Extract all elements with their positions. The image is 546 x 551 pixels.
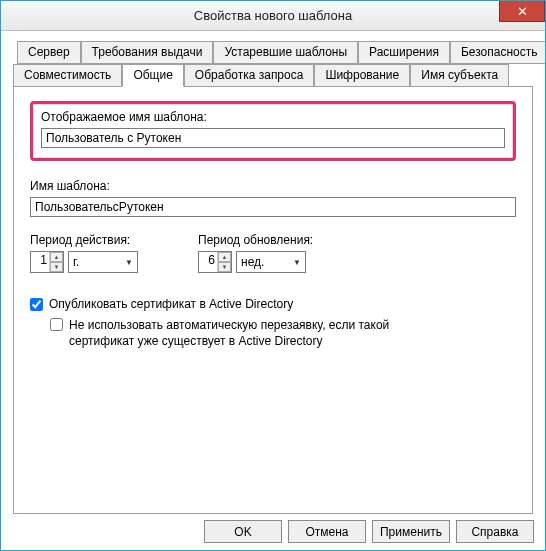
tab-server[interactable]: Сервер (17, 41, 81, 64)
ok-button[interactable]: OK (204, 520, 282, 543)
validity-label: Период действия: (30, 233, 138, 247)
noreenroll-checkbox[interactable] (50, 318, 63, 331)
display-name-input[interactable] (41, 128, 505, 148)
renewal-value: 6 (202, 253, 215, 271)
template-name-section: Имя шаблона: (30, 179, 516, 217)
tab-panel-general: Отображаемое имя шаблона: Имя шаблона: П… (13, 86, 533, 514)
tab-extensions[interactable]: Расширения (358, 41, 450, 64)
spin-up-icon[interactable]: ▲ (50, 252, 63, 262)
validity-spinner[interactable]: 1 ▲ ▼ (30, 251, 64, 273)
template-name-label: Имя шаблона: (30, 179, 516, 193)
dialog-button-bar: OK Отмена Применить Справка (12, 512, 534, 543)
window-title: Свойства нового шаблона (194, 8, 352, 23)
renewal-label: Период обновления: (198, 233, 313, 247)
tab-row-top: Сервер Требования выдачи Устаревшие шабл… (17, 41, 529, 64)
validity-unit-value: г. (73, 255, 79, 269)
spin-down-icon[interactable]: ▼ (218, 262, 231, 272)
tab-strip: Сервер Требования выдачи Устаревшие шабл… (13, 41, 533, 87)
tab-general[interactable]: Общие (122, 64, 183, 87)
noreenroll-label: Не использовать автоматическую перезаявк… (69, 317, 449, 349)
help-button[interactable]: Справка (456, 520, 534, 543)
template-name-input[interactable] (30, 197, 516, 217)
spin-up-icon[interactable]: ▲ (218, 252, 231, 262)
periods-row: Период действия: 1 ▲ ▼ г. ▼ (30, 233, 516, 273)
renewal-unit-combo[interactable]: нед. ▼ (236, 251, 306, 273)
tab-issuance-requirements[interactable]: Требования выдачи (81, 41, 214, 64)
renewal-spinner[interactable]: 6 ▲ ▼ (198, 251, 232, 273)
chevron-down-icon: ▼ (293, 258, 301, 267)
validity-group: Период действия: 1 ▲ ▼ г. ▼ (30, 233, 138, 273)
tab-request-handling[interactable]: Обработка запроса (184, 64, 315, 87)
titlebar: Свойства нового шаблона ✕ (1, 1, 545, 31)
close-icon: ✕ (517, 4, 528, 19)
publish-checkbox[interactable] (30, 298, 43, 311)
tab-superseded-templates[interactable]: Устаревшие шаблоны (213, 41, 358, 64)
renewal-spin-buttons[interactable]: ▲ ▼ (217, 252, 231, 272)
validity-value: 1 (34, 253, 47, 271)
noreenroll-row: Не использовать автоматическую перезаявк… (50, 317, 516, 349)
dialog-content: Сервер Требования выдачи Устаревшие шабл… (1, 31, 545, 524)
publish-label: Опубликовать сертификат в Active Directo… (49, 297, 293, 311)
spin-down-icon[interactable]: ▼ (50, 262, 63, 272)
validity-unit-combo[interactable]: г. ▼ (68, 251, 138, 273)
display-name-label: Отображаемое имя шаблона: (41, 110, 505, 124)
publish-row: Опубликовать сертификат в Active Directo… (30, 297, 516, 311)
apply-button[interactable]: Применить (372, 520, 450, 543)
renewal-group: Период обновления: 6 ▲ ▼ нед. ▼ (198, 233, 313, 273)
tab-row-bottom: Совместимость Общие Обработка запроса Ши… (13, 64, 533, 87)
cancel-button[interactable]: Отмена (288, 520, 366, 543)
display-name-highlight: Отображаемое имя шаблона: (30, 101, 516, 161)
validity-spin-buttons[interactable]: ▲ ▼ (49, 252, 63, 272)
tab-subject-name[interactable]: Имя субъекта (410, 64, 509, 87)
close-button[interactable]: ✕ (499, 1, 545, 22)
tab-cryptography[interactable]: Шифрование (314, 64, 410, 87)
tab-compatibility[interactable]: Совместимость (13, 64, 122, 87)
chevron-down-icon: ▼ (125, 258, 133, 267)
renewal-unit-value: нед. (241, 255, 264, 269)
tab-security[interactable]: Безопасность (450, 41, 546, 64)
